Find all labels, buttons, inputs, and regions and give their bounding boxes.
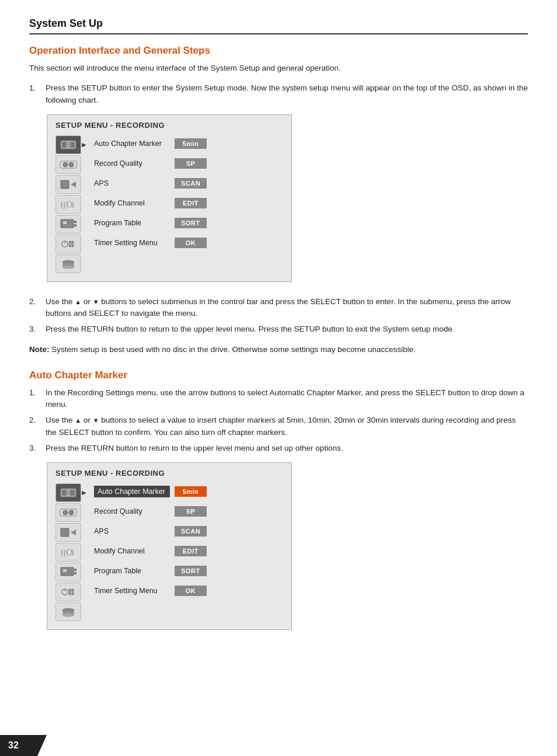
svg-rect-26 bbox=[66, 491, 71, 494]
menu-icon-camera bbox=[55, 155, 81, 174]
arrow-down-icon: ▼ bbox=[93, 297, 99, 307]
svg-point-27 bbox=[63, 510, 68, 515]
menu-icon-disc bbox=[55, 255, 81, 273]
menu-icon-tape: ► bbox=[55, 135, 81, 154]
section2-step-1: 1. In the Recording Settings menu, use t… bbox=[29, 387, 528, 411]
menu-icon-screen-2 bbox=[55, 563, 81, 581]
menu-value-0: 5min bbox=[175, 138, 207, 149]
svg-rect-30 bbox=[61, 528, 69, 536]
svg-point-28 bbox=[69, 510, 74, 515]
svg-rect-34 bbox=[61, 567, 74, 576]
menu-label-2-4: Program Table bbox=[94, 567, 170, 575]
svg-text:$: $ bbox=[71, 549, 74, 557]
menu-label-4: Program Table bbox=[94, 219, 170, 227]
menu-icon-settings-2: ((C $ bbox=[55, 543, 81, 562]
menu-items-col-1: Auto Chapter Marker 5min Record Quality … bbox=[83, 134, 286, 273]
menu-label-3: Modify Channel bbox=[94, 199, 170, 207]
setup-menu-2-body: ► bbox=[53, 482, 286, 621]
svg-rect-35 bbox=[63, 569, 67, 572]
tape-icon bbox=[59, 138, 78, 152]
menu-value-1: SP bbox=[175, 158, 207, 169]
camera-icon bbox=[59, 158, 78, 172]
menu-value-5: OK bbox=[175, 238, 207, 248]
menu-items-col-2: Auto Chapter Marker 5min Record Quality … bbox=[83, 482, 286, 621]
menu-icon-disc-2 bbox=[55, 602, 81, 621]
menu-value-2-4: SORT bbox=[175, 566, 207, 576]
arrow-indicator: ► bbox=[81, 141, 88, 149]
tape-icon-2 bbox=[59, 486, 78, 500]
section2-heading: Auto Chapter Marker bbox=[29, 370, 528, 381]
menu-value-2-1: SP bbox=[175, 506, 207, 517]
arrow-up-icon-2: ▲ bbox=[75, 416, 81, 426]
menu-label-2-0: Auto Chapter Marker bbox=[94, 486, 170, 497]
svg-rect-29 bbox=[60, 509, 76, 516]
svg-rect-13 bbox=[74, 221, 76, 223]
svg-rect-14 bbox=[74, 224, 76, 227]
menu-icons-col-2: ► bbox=[53, 482, 83, 621]
menu-label-2-1: Record Quality bbox=[94, 507, 170, 515]
section1-intro: This section will introduce the menu int… bbox=[29, 62, 528, 74]
menu-label-2-3: Modify Channel bbox=[94, 547, 170, 555]
setup-menu-1-container: SETUP MENU - RECORDING ► bbox=[47, 114, 292, 282]
section1-step-1: 1. Press the SETUP button to enter the S… bbox=[29, 82, 528, 106]
svg-rect-7 bbox=[61, 180, 69, 189]
menu-row-5: Timer Setting Menu OK bbox=[94, 234, 286, 252]
section2-step-3: 3. Press the RETURN button to return to … bbox=[29, 443, 528, 454]
page-number-area: 32 bbox=[0, 735, 47, 756]
svg-rect-36 bbox=[74, 569, 76, 571]
settings-icon: ((C $ bbox=[59, 197, 78, 211]
menu-label-5: Timer Setting Menu bbox=[94, 239, 170, 247]
svg-point-4 bbox=[63, 162, 68, 167]
page-title: System Set Up bbox=[29, 18, 528, 30]
svg-point-22 bbox=[62, 265, 74, 269]
menu-icon-film bbox=[55, 175, 81, 194]
screen-icon-2 bbox=[59, 565, 78, 579]
arrow-up-icon: ▲ bbox=[75, 297, 81, 307]
svg-marker-31 bbox=[71, 529, 76, 535]
menu-row-2-0: Auto Chapter Marker 5min bbox=[94, 482, 286, 501]
svg-text:((C: ((C bbox=[61, 548, 72, 558]
menu-row-2-5: Timer Setting Menu OK bbox=[94, 581, 286, 600]
section1-steps: 1. Press the SETUP button to enter the S… bbox=[29, 82, 528, 106]
svg-text:((C: ((C bbox=[61, 200, 72, 210]
menu-label-2-5: Timer Setting Menu bbox=[94, 587, 170, 595]
menu-icon-settings: ((C $ bbox=[55, 195, 81, 214]
menu-row-4: Program Table SORT bbox=[94, 214, 286, 232]
svg-rect-24 bbox=[62, 490, 67, 496]
setup-menu-1: SETUP MENU - RECORDING ► bbox=[47, 114, 292, 282]
menu-value-2-3: EDIT bbox=[175, 546, 207, 556]
menu-icon-power bbox=[55, 235, 81, 253]
menu-label-1: Record Quality bbox=[94, 159, 170, 168]
menu-row-1: Record Quality SP bbox=[94, 154, 286, 173]
menu-row-0: Auto Chapter Marker 5min bbox=[94, 134, 286, 153]
menu-row-2-2: APS SCAN bbox=[94, 522, 286, 541]
menu-icon-film-2 bbox=[55, 523, 81, 542]
film-icon-2 bbox=[59, 525, 78, 539]
menu-label-2-2: APS bbox=[94, 527, 170, 535]
menu-icon-screen bbox=[55, 215, 81, 234]
section2-steps: 1. In the Recording Settings menu, use t… bbox=[29, 387, 528, 454]
film-icon bbox=[59, 177, 78, 191]
menu-label-2: APS bbox=[94, 179, 170, 187]
svg-rect-37 bbox=[74, 572, 76, 574]
svg-rect-6 bbox=[60, 161, 76, 168]
menu-value-2: SCAN bbox=[175, 178, 207, 189]
arrow-down-icon-2: ▼ bbox=[93, 416, 99, 426]
svg-rect-2 bbox=[70, 142, 75, 148]
svg-rect-3 bbox=[66, 143, 71, 147]
section2: Auto Chapter Marker 1. In the Recording … bbox=[29, 370, 528, 644]
section1-step-2: 2. Use the ▲ or ▼ buttons to select subm… bbox=[29, 296, 528, 320]
power-icon-2 bbox=[59, 585, 78, 599]
settings-icon-2: ((C $ bbox=[59, 545, 78, 559]
setup-menu-1-title: SETUP MENU - RECORDING bbox=[53, 121, 286, 130]
menu-value-2-0: 5min bbox=[175, 486, 207, 497]
svg-text:$: $ bbox=[71, 201, 74, 209]
section1-steps-2-3: 2. Use the ▲ or ▼ buttons to select subm… bbox=[29, 296, 528, 336]
svg-point-5 bbox=[69, 162, 74, 167]
power-icon bbox=[59, 237, 78, 251]
camera-icon-2 bbox=[59, 506, 78, 520]
menu-row-2: APS SCAN bbox=[94, 174, 286, 193]
svg-rect-11 bbox=[61, 220, 74, 228]
menu-icon-power-2 bbox=[55, 583, 81, 601]
menu-value-4: SORT bbox=[175, 218, 207, 228]
